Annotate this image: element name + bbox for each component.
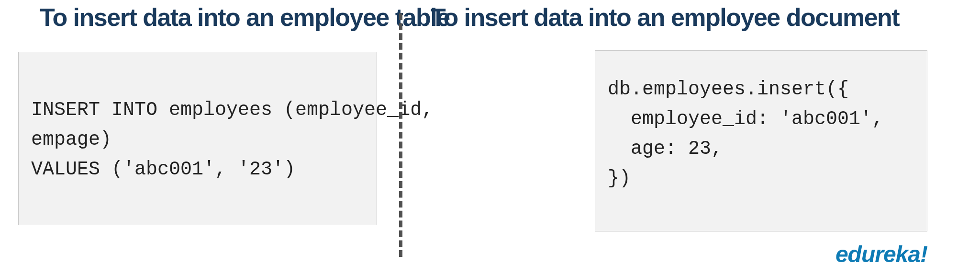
vertical-divider [399,13,402,257]
heading-left: To insert data into an employee table [40,3,450,32]
heading-right: To insert data into an employee document [431,3,899,32]
code-right: db.employees.insert({ employee_id: 'abc0… [595,50,927,231]
brand-logo: edureka! [835,241,927,267]
code-left: INSERT INTO employees (employee_id, empa… [18,52,377,225]
slide-canvas: To insert data into an employee table IN… [0,0,980,277]
